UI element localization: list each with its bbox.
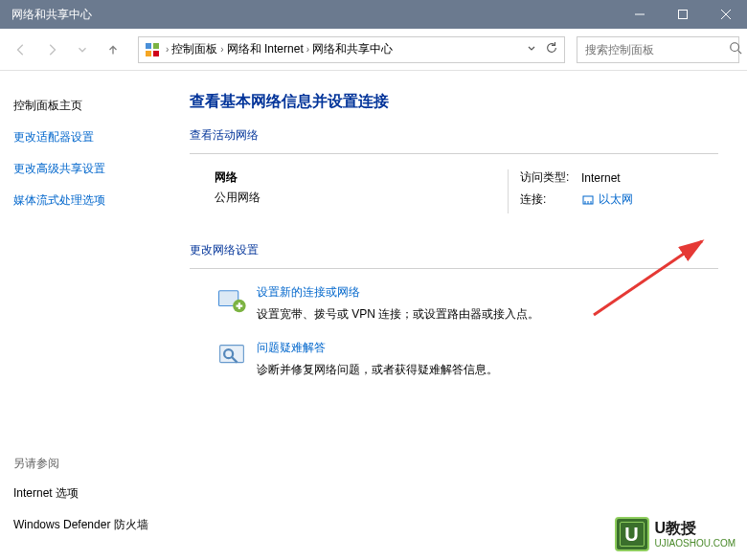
- window-controls: [618, 0, 747, 29]
- breadcrumb: › 控制面板 › 网络和 Internet › 网络和共享中心: [166, 41, 526, 57]
- main-panel: 查看基本网络信息并设置连接 查看活动网络 网络 公用网络 访问类型: Inter…: [172, 71, 747, 560]
- divider: [190, 153, 718, 154]
- watermark-name: U教授: [655, 519, 736, 537]
- watermark-logo-icon: U: [615, 517, 649, 551]
- chevron-right-icon: ›: [220, 44, 223, 55]
- watermark: U U教授 UJIAOSHOU.COM: [609, 514, 741, 554]
- setup-connection-link[interactable]: 设置新的连接或网络: [257, 284, 718, 301]
- setup-connection-desc: 设置宽带、拨号或 VPN 连接；或设置路由器或接入点。: [257, 306, 718, 323]
- see-also-internet-options[interactable]: Internet 选项: [13, 485, 172, 502]
- active-network: 网络 公用网络 访问类型: Internet 连接: 以太网: [190, 169, 718, 213]
- setup-new-connection: 设置新的连接或网络 设置宽带、拨号或 VPN 连接；或设置路由器或接入点。: [190, 284, 718, 323]
- window-title: 网络和共享中心: [11, 7, 92, 23]
- content-area: 控制面板主页 更改适配器设置 更改高级共享设置 媒体流式处理选项 另请参阅 In…: [0, 71, 747, 560]
- svg-line-9: [738, 51, 742, 55]
- recent-dropdown[interactable]: [69, 36, 96, 63]
- control-panel-icon: [145, 42, 160, 57]
- connection-label: 连接:: [520, 191, 581, 208]
- breadcrumb-item[interactable]: 网络和共享中心: [312, 41, 393, 57]
- divider: [190, 268, 718, 269]
- sidebar-home[interactable]: 控制面板主页: [13, 98, 172, 114]
- svg-rect-5: [153, 43, 159, 49]
- close-button[interactable]: [704, 0, 747, 29]
- troubleshoot-link[interactable]: 问题疑难解答: [257, 340, 718, 356]
- refresh-icon[interactable]: [545, 41, 558, 57]
- ethernet-icon: [581, 193, 595, 207]
- connection-link[interactable]: 以太网: [599, 191, 633, 208]
- troubleshoot: 问题疑难解答 诊断并修复网络问题，或者获得疑难解答信息。: [190, 340, 718, 378]
- address-dropdown-icon[interactable]: [526, 42, 537, 56]
- minimize-button[interactable]: [618, 0, 661, 29]
- see-also-label: 另请参阅: [13, 456, 172, 472]
- sidebar: 控制面板主页 更改适配器设置 更改高级共享设置 媒体流式处理选项 另请参阅 In…: [0, 71, 172, 560]
- access-type-label: 访问类型:: [520, 169, 581, 186]
- window-titlebar: 网络和共享中心: [0, 0, 747, 29]
- sidebar-item-advanced-sharing[interactable]: 更改高级共享设置: [13, 161, 172, 177]
- breadcrumb-item[interactable]: 网络和 Internet: [227, 41, 304, 57]
- toolbar: › 控制面板 › 网络和 Internet › 网络和共享中心: [0, 29, 747, 71]
- access-type-value: Internet: [581, 171, 621, 185]
- svg-point-8: [731, 43, 739, 52]
- sidebar-item-adapter-settings[interactable]: 更改适配器设置: [13, 129, 172, 146]
- maximize-button[interactable]: [661, 0, 704, 29]
- setup-connection-icon: [215, 284, 249, 319]
- troubleshoot-desc: 诊断并修复网络问题，或者获得疑难解答信息。: [257, 362, 718, 378]
- troubleshoot-icon: [215, 340, 249, 374]
- svg-rect-7: [153, 51, 159, 56]
- active-networks-label: 查看活动网络: [190, 127, 718, 144]
- search-box[interactable]: [577, 36, 739, 63]
- change-settings-label: 更改网络设置: [190, 242, 718, 258]
- forward-button[interactable]: [38, 36, 65, 63]
- up-button[interactable]: [100, 36, 126, 63]
- chevron-right-icon: ›: [166, 44, 169, 55]
- watermark-url: UJIAOSHOU.COM: [655, 538, 736, 549]
- svg-rect-1: [678, 11, 687, 19]
- back-button[interactable]: [8, 36, 34, 63]
- network-name: 网络: [215, 169, 508, 186]
- chevron-right-icon: ›: [306, 44, 309, 55]
- svg-rect-6: [146, 51, 151, 56]
- svg-rect-4: [146, 43, 151, 49]
- search-icon[interactable]: [729, 41, 742, 57]
- page-title: 查看基本网络信息并设置连接: [190, 92, 718, 112]
- breadcrumb-item[interactable]: 控制面板: [171, 41, 217, 57]
- sidebar-item-media-streaming[interactable]: 媒体流式处理选项: [13, 192, 172, 209]
- see-also-defender-firewall[interactable]: Windows Defender 防火墙: [13, 517, 172, 533]
- network-type: 公用网络: [215, 190, 508, 206]
- address-bar[interactable]: › 控制面板 › 网络和 Internet › 网络和共享中心: [138, 36, 565, 63]
- search-input[interactable]: [585, 43, 729, 56]
